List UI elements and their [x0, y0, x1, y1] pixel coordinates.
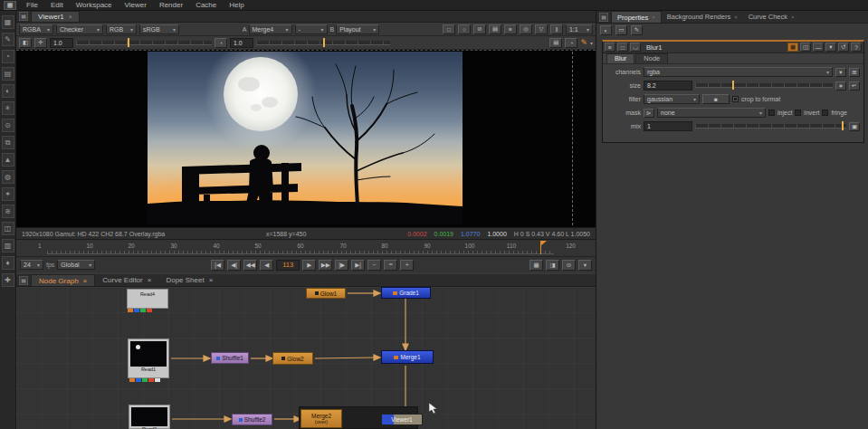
- display-dropdown[interactable]: Checker▾: [56, 24, 103, 34]
- toolbar-transform-icon[interactable]: ▲: [2, 153, 14, 167]
- close-icon[interactable]: ×: [83, 277, 88, 285]
- pause-icon[interactable]: ‖: [550, 24, 563, 34]
- read-node[interactable]: Read2: [129, 405, 170, 429]
- close-icon[interactable]: ×: [652, 14, 655, 20]
- help-button[interactable]: ?: [851, 43, 862, 52]
- mix-slider[interactable]: [695, 124, 846, 129]
- size-input[interactable]: 8.2: [644, 81, 692, 91]
- frame-inc-button[interactable]: ＋: [400, 260, 414, 271]
- toolbar-metadata-icon[interactable]: ▥: [2, 239, 14, 253]
- gamma-toggle-icon[interactable]: ◔: [215, 38, 227, 48]
- menu-viewer[interactable]: Viewer: [119, 1, 153, 9]
- channels-dropdown[interactable]: RGBA▾: [19, 24, 53, 34]
- mask-overlay-icon[interactable]: ○: [458, 24, 471, 34]
- channels-add-button[interactable]: ⊞: [849, 68, 860, 77]
- menu-render[interactable]: Render: [153, 1, 189, 9]
- chevron-down-icon[interactable]: ▾: [590, 40, 593, 46]
- tab-properties[interactable]: Properties×: [611, 11, 662, 23]
- toolbar-channel-icon[interactable]: ▤: [2, 67, 14, 81]
- timeline[interactable]: 1 10 20 30 40 50 60 70 80 90 100 110 120: [16, 239, 596, 256]
- toolbar-filter-icon[interactable]: ✳: [2, 101, 14, 115]
- gain-slider[interactable]: [76, 41, 212, 45]
- display-split-icon[interactable]: ◨: [546, 260, 559, 271]
- prev-keyframe-button[interactable]: ◀|: [227, 260, 241, 271]
- menu-edit[interactable]: Edit: [44, 1, 70, 9]
- playback-menu-icon[interactable]: ▾: [578, 260, 592, 271]
- menu-help[interactable]: Help: [223, 1, 250, 9]
- tab-node[interactable]: Node: [635, 53, 668, 63]
- size-split-button[interactable]: ↵: [849, 81, 860, 91]
- play-forward-button[interactable]: ▶: [302, 260, 316, 271]
- playhead[interactable]: [540, 241, 541, 254]
- shuffle-node[interactable]: Shuffle1: [211, 352, 249, 364]
- toolbar-image-icon[interactable]: ▦: [2, 15, 14, 29]
- play-forward-fast-button[interactable]: ▶▶: [319, 260, 332, 271]
- minimize-panel-button[interactable]: —: [813, 43, 824, 52]
- close-icon[interactable]: ×: [791, 14, 795, 20]
- 3d-view-icon[interactable]: ◔: [565, 38, 577, 48]
- a-buffer[interactable]: AMerge4▾: [243, 24, 292, 34]
- toolbar-3d-icon[interactable]: ◍: [2, 170, 14, 184]
- node-graph-canvas[interactable]: Read4 Read1 Read2 Glow1 Grade1 Shuffle1: [16, 287, 596, 429]
- mask-input-icon[interactable]: ⊳: [644, 109, 654, 118]
- node-color-icon[interactable]: ◐: [600, 25, 612, 35]
- range-dropdown[interactable]: Global▾: [57, 260, 95, 270]
- channels-menu-button[interactable]: ▾: [835, 68, 846, 77]
- glow-node[interactable]: Glow2: [272, 352, 313, 365]
- read-node[interactable]: Read4: [127, 289, 168, 309]
- glow-node[interactable]: Glow1: [306, 288, 346, 299]
- float-panel-button[interactable]: ◫: [800, 43, 811, 52]
- gamma-input[interactable]: 1.0: [230, 38, 253, 48]
- mix-input[interactable]: 1: [644, 121, 692, 131]
- center-in-graph-button[interactable]: ▦: [787, 43, 798, 52]
- close-icon[interactable]: ×: [734, 14, 738, 20]
- close-icon[interactable]: ×: [148, 276, 152, 284]
- inject-checkbox[interactable]: [768, 110, 775, 116]
- mix-split-button[interactable]: ▣: [849, 122, 860, 131]
- tab-curve-editor[interactable]: Curve Editor×: [95, 274, 158, 286]
- toolbar-other-icon[interactable]: ✚: [2, 273, 14, 287]
- display-checker-icon[interactable]: ▦: [529, 260, 543, 271]
- node-shape-icon[interactable]: ◡: [630, 43, 641, 52]
- hide-input-icon[interactable]: ≡: [605, 43, 615, 52]
- layer-dropdown[interactable]: RGB▾: [106, 24, 137, 34]
- menu-workspace[interactable]: Workspace: [70, 1, 119, 9]
- revert-button[interactable]: ↺: [838, 43, 849, 52]
- sample-pen-icon[interactable]: ✎: [580, 38, 587, 47]
- menu-cache[interactable]: Cache: [189, 1, 223, 9]
- clip-warning-icon[interactable]: ⊘: [473, 24, 486, 34]
- gamma-slider[interactable]: [256, 41, 390, 45]
- toolbar-deep-icon[interactable]: ≋: [2, 205, 14, 218]
- folder-icon[interactable]: ▭: [615, 25, 627, 35]
- checker-bg-icon[interactable]: ▤: [549, 38, 562, 48]
- mask-dropdown[interactable]: none▾: [657, 108, 766, 118]
- invert-checkbox[interactable]: [795, 110, 801, 116]
- toolbar-particles-icon[interactable]: ✶: [2, 187, 14, 201]
- goto-end-button[interactable]: ▶|: [351, 260, 365, 271]
- tab-blur[interactable]: Blur: [606, 53, 634, 63]
- fps-dropdown[interactable]: 24▾: [20, 260, 43, 270]
- merge-node[interactable]: Merge2 (over): [300, 409, 342, 428]
- gamma-display-icon[interactable]: ▤: [489, 24, 501, 34]
- channels-knob-dropdown[interactable]: rgba▾: [644, 67, 833, 77]
- lut-dropdown[interactable]: sRGB▾: [139, 24, 179, 34]
- proxy-icon[interactable]: ▽: [535, 24, 548, 34]
- postage-stamp-icon[interactable]: □: [617, 43, 628, 52]
- stereo-icon[interactable]: ≡: [504, 24, 517, 34]
- play-backward-fast-button[interactable]: ◀◀: [243, 260, 257, 271]
- toolbar-time-icon[interactable]: ◔: [2, 50, 14, 63]
- tab-node-graph[interactable]: Node Graph×: [31, 274, 95, 286]
- viewer-node[interactable]: Viewer1: [381, 414, 423, 425]
- current-frame-field[interactable]: 113: [276, 260, 300, 271]
- size-animation-button[interactable]: ∗: [835, 81, 846, 91]
- tab-background-renders[interactable]: Background Renders×: [662, 11, 743, 23]
- close-icon[interactable]: ×: [209, 276, 214, 284]
- toolbar-merge-icon[interactable]: ⧉: [2, 136, 14, 149]
- zoom-dropdown[interactable]: 1:1▾: [566, 24, 593, 34]
- shuffle-node[interactable]: Shuffle2: [232, 414, 272, 425]
- crop-to-format-checkbox[interactable]: [732, 96, 739, 102]
- timeline-ruler[interactable]: 10 20 30 40 50 60 70 80 90 100 110: [47, 243, 554, 254]
- toolbar-keyer-icon[interactable]: ⊙: [2, 119, 14, 132]
- viewer-canvas[interactable]: 技艺CG ｗｗｗ．ｑｄｎｘｘｆｂ．ｃｎ: [16, 50, 596, 227]
- menu-file[interactable]: File: [20, 1, 44, 9]
